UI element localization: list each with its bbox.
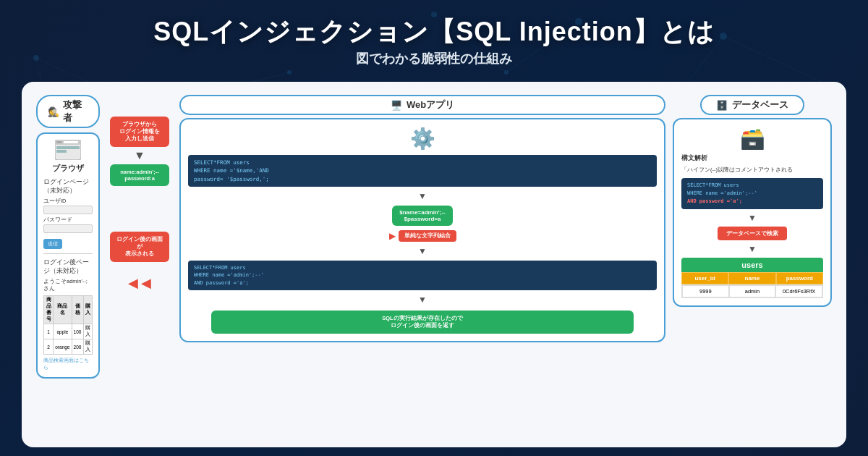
cell-user-id: 9999 — [682, 285, 729, 297]
arrow-right-icon: ▶ — [389, 231, 396, 241]
arrow-down-5: ▼ — [748, 213, 757, 223]
arrows-column: ブラウザから ログイン情報を 入力し送信 ▼ name:admin';-- pa… — [107, 95, 172, 291]
arrow-down-2: ▼ — [418, 191, 427, 201]
userid-label: ユーザID — [43, 198, 93, 205]
gear-icon-area: ⚙️ — [410, 127, 435, 151]
users-table-wrapper: users user_id name password 9999 admin 0… — [681, 258, 823, 298]
header: SQLインジェクション【SQL Injection】とは 図でわかる脆弱性の仕組… — [0, 0, 868, 75]
left-arrow-icon2: ◀ — [141, 275, 151, 291]
webapp-column: 🖥️ Webアプリ ⚙️ SELECT*FROM users WHERE nam… — [179, 95, 665, 342]
db-label: 🗄️ データベース — [700, 95, 804, 115]
highlighted-query: AND password ='a'; — [687, 198, 742, 204]
col-name: name — [728, 272, 775, 284]
attacker-column: 🕵️ 攻撃者 ブラウザ ログインページ（未対応） — [36, 95, 100, 379]
flow-diagram: 🕵️ 攻撃者 ブラウザ ログインページ（未対応） — [36, 95, 832, 437]
cell-password: 0Cdr6Fs3RfX — [775, 285, 822, 297]
webapp-content: ⚙️ SELECT*FROM users WHERE name ='$name,… — [179, 118, 665, 342]
col-header-buy: 購入 — [83, 296, 92, 324]
submit-btn-sim: 送信 — [43, 239, 62, 249]
main-content: 🕵️ 攻撃者 ブラウザ ログインページ（未対応） — [22, 82, 846, 447]
col-header-no: 商品番号 — [44, 296, 54, 324]
svg-rect-35 — [56, 141, 62, 143]
concat-area: ▶ 単純な文字列結合 — [389, 230, 456, 242]
login-shown-box: ログイン後の画面が 表示される — [110, 232, 169, 262]
table-row: 1 apple 100 購入 — [44, 324, 93, 339]
svg-rect-36 — [64, 141, 78, 143]
syntax-note: 「ハイフン(--)以降はコメントアウトされる — [681, 166, 793, 174]
col-header-price: 価格 — [72, 296, 83, 324]
db-search-btn: データベースで検索 — [718, 227, 787, 240]
main-title: SQLインジェクション【SQL Injection】とは — [14, 16, 854, 47]
database-column: 🗄️ データベース 🗃️ 構文解析 「ハイフン(--)以降はコメントアウトされる… — [673, 95, 832, 307]
webapp-label: 🖥️ Webアプリ — [179, 95, 665, 115]
query1-box: SELECT*FROM users WHERE name ='$name,'AN… — [188, 155, 657, 187]
browser-icon-area — [43, 140, 93, 160]
query2-box: SELECT*FROM users WHERE name ='admin';--… — [188, 261, 657, 291]
db-storage-icon: 🗃️ — [740, 127, 765, 151]
divider — [43, 253, 93, 254]
svg-rect-37 — [56, 146, 80, 149]
product-table: 商品番号 商品名 価格 購入 1 apple 100 購入 — [43, 295, 93, 355]
attacker-label: 🕵️ 攻撃者 — [36, 95, 100, 128]
result-box: SQLの実行結果が存在したので ログイン後の画面を返す — [211, 311, 633, 334]
hacker-icon: 🕵️ — [48, 106, 59, 117]
arrow-down-1: ▼ — [134, 150, 145, 161]
col-header-name: 商品名 — [54, 296, 72, 324]
left-arrow-icon: ◀ — [128, 275, 138, 291]
welcome-text: ようこそadmin'--;さん — [43, 278, 93, 292]
col-user-id: user_id — [681, 272, 728, 284]
injection-box: name:admin';-- password:a — [110, 164, 169, 186]
users-table-row: 9999 admin 0Cdr6Fs3RfX — [681, 284, 823, 298]
table-row: 2 orange 200 購入 — [44, 339, 93, 355]
syntax-label: 構文解析 — [681, 154, 707, 163]
arrow-down-6: ▼ — [748, 244, 757, 254]
db-icon: 🗄️ — [716, 100, 728, 111]
purchase-link: 商品検索画面はこちら — [43, 357, 93, 371]
browser-box: ブラウザ ログインページ（未対応） ユーザID パスワード 送信 ログイン後ペー… — [36, 132, 100, 379]
arrow-down-3: ▼ — [418, 246, 427, 256]
arrow-down-4: ▼ — [418, 295, 427, 305]
password-label: パスワード — [43, 216, 93, 224]
cell-name: admin — [729, 285, 776, 297]
browser-svg-icon — [55, 140, 81, 160]
send-info-box: ブラウザから ログイン情報を 入力し送信 — [110, 117, 169, 147]
password-input-sim — [43, 224, 93, 233]
users-table-headers: user_id name password — [681, 272, 823, 284]
login-page-label: ログインページ（未対応） — [43, 178, 93, 195]
db-content: 🗃️ 構文解析 「ハイフン(--)以降はコメントアウトされる SELECT*FR… — [673, 118, 832, 307]
concat-box: 単純な文字列結合 — [399, 230, 456, 242]
monitor-icon: 🖥️ — [391, 100, 402, 111]
userid-input-sim — [43, 206, 93, 214]
injected-value-box: $name=admin';-- $password=a — [392, 206, 452, 226]
browser-label: ブラウザ — [43, 163, 93, 174]
sub-title: 図でわかる脆弱性の仕組み — [14, 50, 854, 67]
users-table-title: users — [681, 258, 823, 272]
svg-rect-38 — [56, 150, 67, 153]
left-arrow-area: ◀ ◀ — [128, 275, 151, 291]
col-password: password — [776, 272, 823, 284]
db-query-box: SELECT*FROM users WHERE name ='admin';--… — [681, 178, 823, 210]
after-login-label: ログイン後ページ（未対応） — [43, 258, 93, 276]
